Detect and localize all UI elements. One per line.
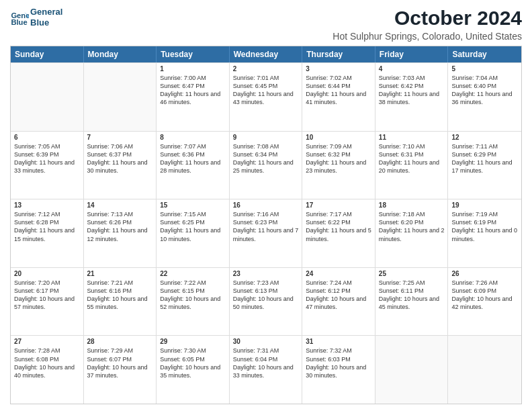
calendar-row-1: 1Sunrise: 7:00 AM Sunset: 6:47 PM Daylig… [11, 62, 521, 131]
calendar-cell-5-6 [375, 336, 449, 404]
calendar-cell-3-6: 18Sunrise: 7:18 AM Sunset: 6:20 PM Dayli… [375, 199, 449, 267]
calendar-cell-1-7: 5Sunrise: 7:04 AM Sunset: 6:40 PM Daylig… [448, 63, 521, 131]
calendar-cell-2-7: 12Sunrise: 7:11 AM Sunset: 6:29 PM Dayli… [448, 132, 521, 199]
day-number: 5 [451, 65, 518, 73]
day-number: 2 [233, 65, 299, 73]
day-number: 28 [87, 338, 153, 345]
calendar-cell-1-2 [84, 63, 157, 131]
day-number: 26 [451, 270, 518, 277]
logo-line1: General [30, 7, 62, 17]
calendar-cell-5-2: 28Sunrise: 7:29 AM Sunset: 6:07 PM Dayli… [84, 336, 157, 404]
day-number: 10 [306, 134, 371, 141]
cell-info: Sunrise: 7:19 AM Sunset: 6:19 PM Dayligh… [451, 210, 518, 243]
cell-info: Sunrise: 7:09 AM Sunset: 6:32 PM Dayligh… [306, 142, 371, 175]
day-number: 12 [451, 134, 518, 141]
day-number: 8 [160, 134, 226, 141]
day-number: 14 [87, 201, 153, 209]
cell-info: Sunrise: 7:06 AM Sunset: 6:37 PM Dayligh… [87, 142, 153, 175]
calendar-cell-2-3: 8Sunrise: 7:07 AM Sunset: 6:36 PM Daylig… [157, 132, 230, 199]
cell-info: Sunrise: 7:11 AM Sunset: 6:29 PM Dayligh… [451, 142, 518, 175]
day-number: 24 [306, 270, 371, 277]
calendar-cell-3-3: 15Sunrise: 7:15 AM Sunset: 6:25 PM Dayli… [157, 199, 230, 267]
cell-info: Sunrise: 7:26 AM Sunset: 6:09 PM Dayligh… [451, 279, 518, 312]
weekday-header-saturday: Saturday [448, 46, 521, 62]
cell-info: Sunrise: 7:13 AM Sunset: 6:26 PM Dayligh… [87, 210, 153, 243]
cell-info: Sunrise: 7:23 AM Sunset: 6:13 PM Dayligh… [233, 279, 299, 312]
location-title: Hot Sulphur Springs, Colorado, United St… [332, 31, 522, 42]
day-number: 25 [379, 270, 445, 277]
svg-text:Blue: Blue [11, 18, 27, 26]
calendar-body: 1Sunrise: 7:00 AM Sunset: 6:47 PM Daylig… [11, 62, 521, 404]
logo-line2: Blue [30, 17, 62, 28]
calendar-cell-4-5: 24Sunrise: 7:24 AM Sunset: 6:12 PM Dayli… [302, 268, 375, 336]
calendar-cell-1-3: 1Sunrise: 7:00 AM Sunset: 6:47 PM Daylig… [157, 63, 230, 131]
day-number: 20 [14, 270, 80, 277]
day-number: 15 [160, 201, 226, 209]
cell-info: Sunrise: 7:24 AM Sunset: 6:12 PM Dayligh… [306, 279, 371, 312]
calendar: SundayMondayTuesdayWednesdayThursdayFrid… [10, 46, 522, 404]
calendar-cell-2-1: 6Sunrise: 7:05 AM Sunset: 6:39 PM Daylig… [11, 132, 84, 199]
calendar-cell-3-1: 13Sunrise: 7:12 AM Sunset: 6:28 PM Dayli… [11, 199, 84, 267]
calendar-cell-1-1 [11, 63, 84, 131]
day-number: 18 [379, 201, 445, 209]
day-number: 23 [233, 270, 299, 277]
title-block: October 2024 Hot Sulphur Springs, Colora… [332, 7, 522, 42]
calendar-cell-4-6: 25Sunrise: 7:25 AM Sunset: 6:11 PM Dayli… [375, 268, 449, 336]
calendar-cell-5-5: 31Sunrise: 7:32 AM Sunset: 6:03 PM Dayli… [302, 336, 375, 404]
day-number: 31 [306, 338, 371, 345]
calendar-cell-2-2: 7Sunrise: 7:06 AM Sunset: 6:37 PM Daylig… [84, 132, 157, 199]
day-number: 7 [87, 134, 153, 141]
cell-info: Sunrise: 7:03 AM Sunset: 6:42 PM Dayligh… [379, 74, 445, 107]
weekday-header-friday: Friday [375, 46, 449, 62]
calendar-cell-4-3: 22Sunrise: 7:22 AM Sunset: 6:15 PM Dayli… [157, 268, 230, 336]
calendar-header: SundayMondayTuesdayWednesdayThursdayFrid… [11, 46, 521, 62]
calendar-cell-2-5: 10Sunrise: 7:09 AM Sunset: 6:32 PM Dayli… [302, 132, 375, 199]
day-number: 6 [14, 134, 80, 141]
day-number: 11 [379, 134, 445, 141]
day-number: 16 [233, 201, 299, 209]
cell-info: Sunrise: 7:16 AM Sunset: 6:23 PM Dayligh… [233, 210, 299, 243]
calendar-cell-3-4: 16Sunrise: 7:16 AM Sunset: 6:23 PM Dayli… [230, 199, 303, 267]
cell-info: Sunrise: 7:20 AM Sunset: 6:17 PM Dayligh… [14, 279, 80, 312]
day-number: 3 [306, 65, 371, 73]
calendar-row-2: 6Sunrise: 7:05 AM Sunset: 6:39 PM Daylig… [11, 131, 521, 199]
cell-info: Sunrise: 7:30 AM Sunset: 6:05 PM Dayligh… [160, 347, 226, 379]
logo: General Blue General Blue [10, 7, 62, 28]
calendar-cell-4-7: 26Sunrise: 7:26 AM Sunset: 6:09 PM Dayli… [448, 268, 521, 336]
day-number: 9 [233, 134, 299, 141]
cell-info: Sunrise: 7:21 AM Sunset: 6:16 PM Dayligh… [87, 279, 153, 312]
cell-info: Sunrise: 7:28 AM Sunset: 6:08 PM Dayligh… [14, 347, 80, 379]
weekday-header-sunday: Sunday [11, 46, 84, 62]
cell-info: Sunrise: 7:22 AM Sunset: 6:15 PM Dayligh… [160, 279, 226, 312]
cell-info: Sunrise: 7:15 AM Sunset: 6:25 PM Dayligh… [160, 210, 226, 243]
day-number: 30 [233, 338, 299, 345]
cell-info: Sunrise: 7:10 AM Sunset: 6:31 PM Dayligh… [379, 142, 445, 175]
weekday-header-wednesday: Wednesday [230, 46, 303, 62]
calendar-cell-4-2: 21Sunrise: 7:21 AM Sunset: 6:16 PM Dayli… [84, 268, 157, 336]
day-number: 29 [160, 338, 226, 345]
calendar-row-3: 13Sunrise: 7:12 AM Sunset: 6:28 PM Dayli… [11, 199, 521, 267]
cell-info: Sunrise: 7:29 AM Sunset: 6:07 PM Dayligh… [87, 347, 153, 379]
calendar-cell-5-1: 27Sunrise: 7:28 AM Sunset: 6:08 PM Dayli… [11, 336, 84, 404]
cell-info: Sunrise: 7:32 AM Sunset: 6:03 PM Dayligh… [306, 347, 371, 379]
calendar-cell-5-3: 29Sunrise: 7:30 AM Sunset: 6:05 PM Dayli… [157, 336, 230, 404]
cell-info: Sunrise: 7:02 AM Sunset: 6:44 PM Dayligh… [306, 74, 371, 107]
calendar-cell-3-2: 14Sunrise: 7:13 AM Sunset: 6:26 PM Dayli… [84, 199, 157, 267]
calendar-cell-5-4: 30Sunrise: 7:31 AM Sunset: 6:04 PM Dayli… [230, 336, 303, 404]
cell-info: Sunrise: 7:31 AM Sunset: 6:04 PM Dayligh… [233, 347, 299, 379]
calendar-cell-3-5: 17Sunrise: 7:17 AM Sunset: 6:22 PM Dayli… [302, 199, 375, 267]
calendar-cell-2-4: 9Sunrise: 7:08 AM Sunset: 6:34 PM Daylig… [230, 132, 303, 199]
calendar-cell-2-6: 11Sunrise: 7:10 AM Sunset: 6:31 PM Dayli… [375, 132, 449, 199]
day-number: 13 [14, 201, 80, 209]
day-number: 21 [87, 270, 153, 277]
calendar-cell-4-1: 20Sunrise: 7:20 AM Sunset: 6:17 PM Dayli… [11, 268, 84, 336]
weekday-header-monday: Monday [84, 46, 157, 62]
cell-info: Sunrise: 7:17 AM Sunset: 6:22 PM Dayligh… [306, 210, 371, 243]
cell-info: Sunrise: 7:08 AM Sunset: 6:34 PM Dayligh… [233, 142, 299, 175]
calendar-cell-5-7 [448, 336, 521, 404]
logo-text: General Blue [30, 7, 62, 28]
cell-info: Sunrise: 7:18 AM Sunset: 6:20 PM Dayligh… [379, 210, 445, 243]
cell-info: Sunrise: 7:01 AM Sunset: 6:45 PM Dayligh… [233, 74, 299, 107]
header: General Blue General Blue October 2024 H… [10, 7, 522, 42]
day-number: 22 [160, 270, 226, 277]
